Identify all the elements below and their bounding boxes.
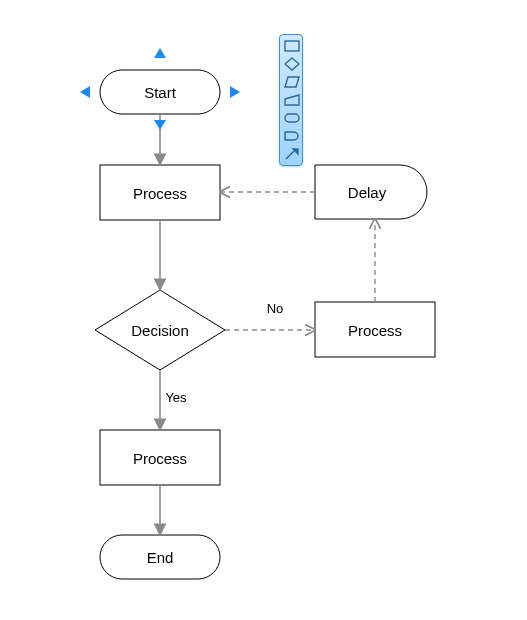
- delay-shape-icon[interactable]: [282, 127, 302, 145]
- terminator-shape-icon[interactable]: [282, 109, 302, 127]
- selection-handle-down[interactable]: [154, 120, 166, 130]
- rect-shape-icon[interactable]: [282, 37, 302, 55]
- diamond-shape-icon[interactable]: [282, 55, 302, 73]
- edge-no-label: No: [267, 301, 284, 316]
- start-label: Start: [144, 84, 176, 101]
- svg-rect-10: [285, 114, 299, 122]
- decision-label: Decision: [131, 322, 189, 339]
- delay-label: Delay: [348, 184, 386, 201]
- parallelogram-shape-icon[interactable]: [282, 73, 302, 91]
- process1-label: Process: [133, 185, 187, 202]
- svg-marker-8: [285, 77, 299, 87]
- selection-handle-up[interactable]: [154, 48, 166, 58]
- shape-palette[interactable]: [279, 34, 303, 166]
- svg-marker-9: [285, 95, 299, 105]
- manual-input-shape-icon[interactable]: [282, 91, 302, 109]
- connector-arrow-icon[interactable]: [282, 145, 302, 163]
- end-label: End: [147, 549, 174, 566]
- process2-label: Process: [348, 322, 402, 339]
- edge-yes-label: Yes: [165, 390, 186, 405]
- svg-marker-7: [285, 58, 299, 70]
- svg-rect-6: [285, 41, 299, 51]
- process3-label: Process: [133, 450, 187, 467]
- selection-handle-left[interactable]: [80, 86, 90, 98]
- selection-handle-right[interactable]: [230, 86, 240, 98]
